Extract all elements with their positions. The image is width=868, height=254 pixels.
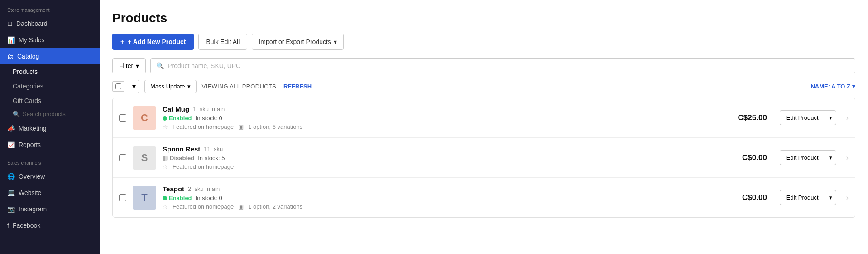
edit-product-button[interactable]: Edit Product: [780, 110, 825, 125]
chevron-down-icon: ▾: [136, 62, 139, 69]
edit-product-button[interactable]: Edit Product: [780, 190, 825, 205]
product-sku: 11_sku: [204, 146, 223, 152]
page-title: Products: [112, 11, 855, 25]
marketing-icon: 📣: [7, 125, 15, 132]
status-dot-disabled: [163, 156, 168, 161]
product-name: Cat Mug: [163, 105, 189, 113]
product-avatar: T: [133, 186, 156, 210]
product-stock: In stock: 5: [198, 155, 225, 161]
variations-icon: ▣: [238, 203, 244, 210]
sidebar-search[interactable]: 🔍: [0, 108, 100, 120]
chevron-down-icon: ▾: [852, 83, 855, 90]
star-icon: ☆: [163, 163, 168, 170]
product-stock: In stock: 0: [196, 195, 222, 201]
product-meta-row: ☆ Featured on homepage ▣ 1 option, 6 var…: [163, 123, 724, 130]
product-avatar: S: [133, 146, 156, 170]
catalog-icon: 🗂: [7, 53, 14, 60]
chevron-down-icon: ▾: [334, 38, 337, 45]
product-list: C Cat Mug 1_sku_main Enabled In stock: 0…: [112, 98, 855, 218]
product-info: Cat Mug 1_sku_main Enabled In stock: 0 ☆…: [163, 105, 724, 130]
product-name-row: Spoon Rest 11_sku: [163, 145, 724, 153]
import-export-label: Import or Export Products: [259, 38, 331, 45]
sidebar-item-website[interactable]: 💻 Website: [0, 185, 100, 201]
product-name: Teapot: [163, 185, 184, 193]
product-status: Disabled: [163, 155, 194, 161]
sidebar-item-marketing[interactable]: 📣 Marketing: [0, 120, 100, 137]
edit-btn-group: Edit Product ▾: [780, 190, 836, 205]
sidebar-item-overview[interactable]: 🌐 Overview: [0, 168, 100, 185]
product-status: Enabled: [163, 195, 192, 201]
sidebar-item-label: Instagram: [19, 205, 47, 213]
product-checkbox-spoon-rest[interactable]: [119, 154, 126, 161]
sidebar-item-dashboard[interactable]: ⊞ Dashboard: [0, 15, 100, 32]
table-row: C Cat Mug 1_sku_main Enabled In stock: 0…: [113, 98, 855, 138]
main-content: Products + + Add New Product Bulk Edit A…: [100, 0, 868, 254]
bulk-edit-all-button[interactable]: Bulk Edit All: [198, 34, 247, 50]
sidebar-item-facebook[interactable]: f Facebook: [0, 217, 100, 234]
toolbar: + + Add New Product Bulk Edit All Import…: [112, 34, 855, 50]
product-meta-row: ☆ Featured on homepage: [163, 163, 724, 170]
refresh-link[interactable]: REFRESH: [283, 83, 312, 90]
chevron-down-icon: ▾: [829, 114, 832, 121]
filter-row: Filter ▾ 🔍: [112, 58, 855, 73]
sidebar-item-my-sales[interactable]: 📊 My Sales: [0, 32, 100, 48]
edit-product-button[interactable]: Edit Product: [780, 150, 825, 165]
sort-label-text: NAME: A TO Z: [810, 83, 850, 90]
sidebar-item-label: My Sales: [19, 36, 45, 44]
edit-btn-group: Edit Product ▾: [780, 150, 836, 165]
reports-icon: 📈: [7, 141, 15, 148]
sidebar-item-catalog[interactable]: 🗂 Catalog: [0, 48, 100, 64]
add-new-product-button[interactable]: + + Add New Product: [112, 34, 194, 50]
sidebar-item-categories[interactable]: Categories: [0, 79, 100, 93]
sidebar-sub-label: Products: [13, 68, 38, 75]
filter-button[interactable]: Filter ▾: [112, 58, 146, 73]
product-checkbox-teapot[interactable]: [119, 194, 126, 201]
row-arrow-icon[interactable]: ›: [846, 194, 849, 202]
status-dot-enabled: [163, 196, 167, 200]
product-name-row: Cat Mug 1_sku_main: [163, 105, 724, 113]
sidebar-item-reports[interactable]: 📈 Reports: [0, 137, 100, 153]
product-sku: 1_sku_main: [193, 106, 225, 112]
edit-btn-group: Edit Product ▾: [780, 110, 836, 125]
sidebar-item-products[interactable]: Products: [0, 64, 100, 79]
edit-product-dropdown-button[interactable]: ▾: [825, 150, 836, 165]
chevron-down-icon: ▾: [829, 154, 832, 161]
search-icon: 🔍: [13, 111, 20, 117]
overview-icon: 🌐: [7, 173, 15, 180]
table-row: S Spoon Rest 11_sku Disabled In stock: 5…: [113, 138, 855, 178]
product-sku: 2_sku_main: [188, 186, 220, 192]
product-name-row: Teapot 2_sku_main: [163, 185, 724, 193]
chevron-down-icon: ▾: [829, 194, 832, 201]
product-featured: Featured on homepage: [173, 163, 234, 170]
star-icon: ☆: [163, 203, 168, 210]
product-status: Enabled: [163, 115, 192, 122]
edit-product-dropdown-button[interactable]: ▾: [825, 110, 836, 125]
sidebar-item-gift-cards[interactable]: Gift Cards: [0, 93, 100, 108]
viewing-text: VIEWING ALL PRODUCTS: [202, 83, 276, 90]
product-info: Spoon Rest 11_sku Disabled In stock: 5 ☆…: [163, 145, 724, 170]
select-all-checkbox[interactable]: [115, 83, 121, 89]
sidebar-item-label: Marketing: [19, 125, 46, 132]
sidebar: Store management ⊞ Dashboard 📊 My Sales …: [0, 0, 100, 254]
sidebar-item-instagram[interactable]: 📷 Instagram: [0, 201, 100, 217]
sidebar-item-label: Website: [19, 189, 41, 196]
sort-label[interactable]: NAME: A TO Z ▾: [810, 83, 855, 90]
edit-product-dropdown-button[interactable]: ▾: [825, 190, 836, 205]
star-icon: ☆: [163, 123, 168, 130]
product-variations: 1 option, 2 variations: [248, 203, 302, 210]
search-products-input[interactable]: [23, 111, 92, 117]
row-arrow-icon[interactable]: ›: [846, 154, 849, 162]
select-all-checkbox-outer: [112, 81, 124, 92]
product-stock: In stock: 0: [196, 115, 222, 122]
plus-icon: +: [120, 38, 124, 45]
instagram-icon: 📷: [7, 205, 15, 213]
select-dropdown-button[interactable]: ▾: [129, 80, 139, 93]
product-checkbox-cat-mug[interactable]: [119, 114, 126, 122]
sidebar-item-label: Catalog: [17, 53, 39, 60]
product-search-input[interactable]: [168, 62, 849, 69]
mass-update-button[interactable]: Mass Update ▾: [144, 80, 197, 93]
import-export-button[interactable]: Import or Export Products ▾: [252, 34, 344, 50]
facebook-icon: f: [7, 222, 9, 229]
add-button-label: + Add New Product: [128, 38, 186, 45]
row-arrow-icon[interactable]: ›: [846, 114, 849, 122]
